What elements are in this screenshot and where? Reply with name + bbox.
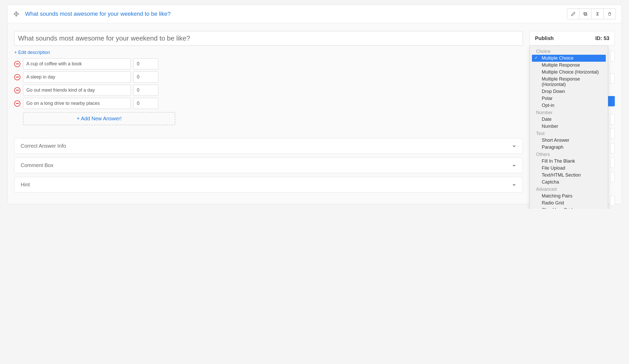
move-icon[interactable] [13,11,19,17]
dropdown-item[interactable]: Multiple Choice [532,55,606,62]
right-column: Publish ID: 53 ChoiceMultiple ChoiceMult… [530,31,615,193]
answer-row [14,98,523,109]
remove-answer-icon[interactable] [14,87,20,93]
duplicate-button[interactable] [579,9,592,19]
dropdown-item[interactable]: Checkbox Grid [532,207,606,209]
chevron-down-icon [512,183,516,187]
dropdown-group-label: Advanced [531,186,607,193]
hidden-field[interactable] [610,172,615,182]
answer-row [14,58,523,69]
dropdown-item[interactable]: Multiple Response [532,62,606,69]
answer-text-input[interactable] [23,72,131,83]
dropdown-item[interactable]: Text/HTML Section [532,172,606,179]
header-actions [567,9,616,19]
dropdown-item[interactable]: Matching Pairs [532,193,606,200]
dropdown-item[interactable]: Polar [532,95,606,102]
answer-value-input[interactable] [133,72,158,83]
answer-text-input[interactable] [23,58,131,69]
publish-label: Publish [535,35,554,41]
accordion-comment-box[interactable]: Comment Box [14,157,523,173]
dropdown-item[interactable]: Multiple Response (Horizontal) [532,76,606,88]
question-title-link[interactable]: What sounds most awesome for your weeken… [25,11,567,17]
question-id: ID: 53 [595,35,609,41]
dropdown-item[interactable]: File Upload [532,165,606,172]
accordion-label: Comment Box [21,162,53,168]
hidden-field[interactable] [610,73,615,84]
dropdown-item[interactable]: Short Answer [532,137,606,144]
collapse-button[interactable] [591,9,604,19]
publish-box: Publish ID: 53 [530,31,615,46]
left-column: + Edit description + Add New Answer! Cor… [14,31,523,193]
dropdown-item[interactable]: Opt-in [532,102,606,109]
accordion-group: Correct Answer Info Comment Box Hint [14,138,523,193]
answer-text-input[interactable] [23,85,131,96]
delete-button[interactable] [603,9,616,19]
hidden-field[interactable] [610,114,615,124]
answer-value-input[interactable] [133,98,158,109]
dropdown-item[interactable]: Multiple Choice (Horizontal) [532,69,606,76]
accordion-hint[interactable]: Hint [14,177,523,193]
card-body: + Edit description + Add New Answer! Cor… [7,23,622,204]
accordion-label: Correct Answer Info [21,143,66,149]
question-type-dropdown[interactable]: ChoiceMultiple ChoiceMultiple ResponseMu… [530,45,608,209]
dropdown-item[interactable]: Radio Grid [532,200,606,207]
question-card: What sounds most awesome for your weeken… [7,5,622,204]
hidden-field[interactable] [610,129,615,139]
accordion-label: Hint [21,182,30,188]
dropdown-item[interactable]: Number [532,123,606,130]
dropdown-item[interactable]: Captcha [532,179,606,186]
hidden-field[interactable] [610,157,615,168]
dropdown-group-label: Number [531,109,607,116]
edit-button[interactable] [567,9,579,19]
dropdown-item[interactable]: Fill In The Blank [532,158,606,165]
add-answer-button[interactable]: + Add New Answer! [23,112,175,125]
question-text-input[interactable] [14,31,523,46]
svg-rect-0 [585,13,587,15]
accordion-correct-answer[interactable]: Correct Answer Info [14,138,523,154]
dropdown-item[interactable]: Drop Down [532,88,606,95]
hidden-field[interactable] [610,51,615,61]
answer-value-input[interactable] [133,85,158,96]
edit-description-link[interactable]: + Edit description [14,50,50,55]
answer-text-input[interactable] [23,98,131,109]
remove-answer-icon[interactable] [14,100,20,107]
dropdown-item[interactable]: Date [532,116,606,123]
answer-row [14,85,523,96]
chevron-down-icon [512,163,516,168]
hidden-field[interactable] [610,143,615,153]
remove-answer-icon[interactable] [14,61,20,67]
svg-rect-1 [584,12,586,15]
dropdown-group-label: Choice [531,48,607,55]
dropdown-item[interactable]: Paragraph [532,144,606,151]
card-header: What sounds most awesome for your weeken… [7,5,622,23]
answer-row [14,72,523,83]
answer-value-input[interactable] [133,58,158,69]
answers-list [14,58,523,109]
dropdown-group-label: Text [531,130,607,137]
chevron-down-icon [512,144,516,148]
dropdown-group-label: Others [531,151,607,158]
remove-answer-icon[interactable] [14,74,20,80]
hidden-field[interactable] [610,196,615,206]
